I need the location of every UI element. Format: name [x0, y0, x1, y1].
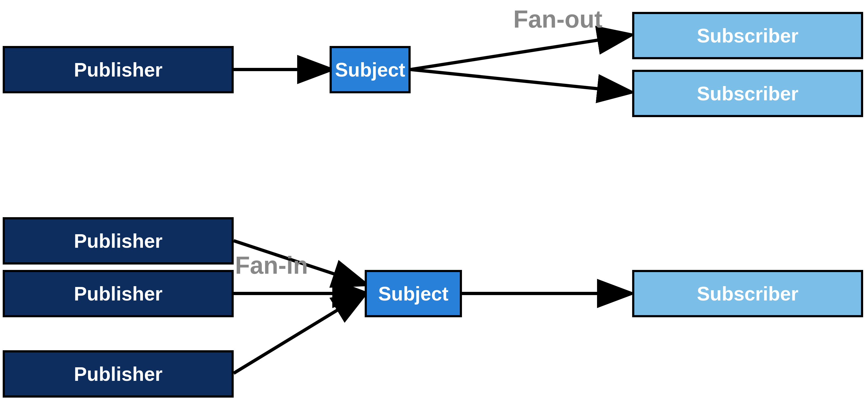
fanout-subscriber-bottom-box: Subscriber [632, 70, 863, 117]
fanout-subscriber-top-label: Subscriber [697, 25, 798, 47]
fanin-publisher-bottom-label: Publisher [74, 363, 162, 385]
fanin-subject-label: Subject [378, 283, 448, 305]
fanout-subject-label: Subject [335, 59, 405, 81]
fanin-label: Fan-in [235, 252, 308, 279]
svg-line-2 [411, 35, 629, 69]
svg-line-6 [234, 293, 365, 373]
fanin-publisher-middle-box: Publisher [3, 270, 234, 317]
fanout-subscriber-bottom-label: Subscriber [697, 83, 798, 105]
fanout-publisher-box: Publisher [3, 46, 234, 93]
fanin-publisher-bottom-box: Publisher [3, 350, 234, 398]
fanout-label: Fan-out [513, 5, 602, 33]
fanin-publisher-top-box: Publisher [3, 217, 234, 264]
svg-line-3 [411, 69, 629, 92]
fanout-subject-box: Subject [330, 46, 411, 93]
fanin-publisher-middle-label: Publisher [74, 283, 162, 305]
fanin-subscriber-label: Subscriber [697, 283, 798, 305]
fanout-publisher-label: Publisher [74, 59, 162, 81]
fanin-publisher-top-label: Publisher [74, 230, 162, 252]
fanout-subscriber-top-box: Subscriber [632, 12, 863, 59]
diagram-container: Fan-out Publisher Subject Subscriber Sub… [0, 0, 868, 403]
fanin-subject-box: Subject [365, 270, 462, 317]
fanin-subscriber-box: Subscriber [632, 270, 863, 317]
